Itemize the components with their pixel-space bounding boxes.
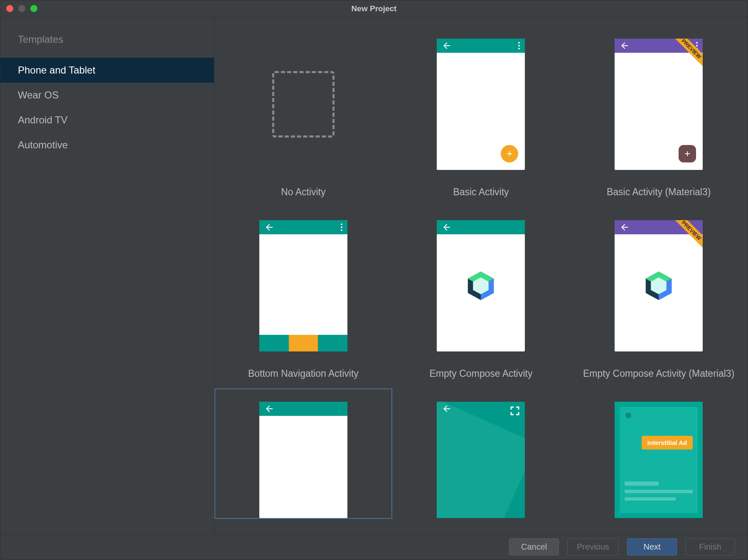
template-bottom-navigation-activity[interactable]: Bottom Navigation Activity <box>214 207 392 388</box>
sidebar-item-android-tv[interactable]: Android TV <box>0 108 214 133</box>
template-no-activity[interactable]: No Activity <box>214 25 392 207</box>
template-google-admob-ads-activity[interactable]: Interstitial Ad <box>570 388 748 519</box>
templates-sidebar: Templates Phone and Tablet Wear OS Andro… <box>0 17 214 534</box>
fullscreen-icon <box>510 406 520 416</box>
status-dot-icon <box>625 413 631 418</box>
sidebar-item-label: Android TV <box>18 114 68 125</box>
appbar-teal <box>437 220 525 234</box>
template-label: Basic Activity (Material3) <box>607 187 711 198</box>
compose-logo-icon <box>642 270 675 302</box>
sidebar-item-label: Phone and Tablet <box>18 64 95 76</box>
interstitial-ad-badge: Interstitial Ad <box>642 436 693 449</box>
back-arrow-icon <box>620 222 630 232</box>
cancel-button[interactable]: Cancel <box>509 538 559 555</box>
appbar-teal <box>259 220 347 234</box>
back-arrow-icon <box>442 41 452 51</box>
compose-logo-icon <box>465 270 497 302</box>
window-minimize-button[interactable] <box>18 5 25 12</box>
template-thumbnail <box>259 220 347 351</box>
template-thumbnail: PREVIEW <box>615 220 703 351</box>
sidebar-item-label: Wear OS <box>18 89 59 101</box>
template-basic-activity[interactable]: + Basic Activity <box>392 25 570 207</box>
traffic-lights <box>6 5 37 12</box>
titlebar: New Project <box>0 0 748 17</box>
template-fullscreen-activity[interactable] <box>392 388 570 519</box>
template-label: Basic Activity <box>453 187 509 198</box>
window-maximize-button[interactable] <box>30 5 37 12</box>
template-thumbnail <box>259 39 347 170</box>
bottom-nav-bar <box>259 335 347 351</box>
template-thumbnail: + <box>437 39 525 170</box>
template-empty-compose-activity-material3[interactable]: PREVIEW Empty Compose Activity (Material… <box>570 207 748 388</box>
finish-button[interactable]: Finish <box>685 538 735 555</box>
fab-add-icon: + <box>679 145 696 162</box>
sidebar-item-wear-os[interactable]: Wear OS <box>0 83 214 108</box>
template-gallery: No Activity + Basic Activity <box>214 17 748 534</box>
sidebar-item-automotive[interactable]: Automotive <box>0 133 214 157</box>
template-grid: No Activity + Basic Activity <box>214 17 748 519</box>
text-lines-placeholder <box>625 481 693 505</box>
back-arrow-icon <box>264 404 274 414</box>
back-arrow-icon <box>264 222 274 232</box>
template-thumbnail: Interstitial Ad <box>615 402 703 518</box>
template-label: Bottom Navigation Activity <box>248 368 359 379</box>
dashed-rectangle-icon <box>272 71 335 138</box>
back-arrow-icon <box>620 41 630 51</box>
template-thumbnail <box>437 220 525 351</box>
dialog-footer: Cancel Previous Next Finish <box>0 534 748 560</box>
previous-button[interactable]: Previous <box>567 538 619 555</box>
appbar-teal <box>437 39 525 53</box>
back-arrow-icon <box>442 222 452 232</box>
window-title: New Project <box>352 4 397 13</box>
template-label: Empty Compose Activity (Material3) <box>583 368 734 379</box>
dialog-body: Templates Phone and Tablet Wear OS Andro… <box>0 17 748 534</box>
next-button[interactable]: Next <box>627 538 677 555</box>
template-basic-activity-material3[interactable]: PREVIEW + Basic Activity (Material3) <box>570 25 748 207</box>
appbar-teal <box>259 402 347 416</box>
fab-add-icon: + <box>501 145 518 162</box>
template-empty-activity[interactable] <box>214 388 392 519</box>
sidebar-item-phone-and-tablet[interactable]: Phone and Tablet <box>0 58 214 83</box>
window-close-button[interactable] <box>6 5 13 12</box>
more-vert-icon <box>518 42 520 49</box>
template-label: No Activity <box>281 187 325 198</box>
template-label: Empty Compose Activity <box>430 368 533 379</box>
back-arrow-icon <box>442 404 452 414</box>
sidebar-item-label: Automotive <box>18 139 68 150</box>
template-thumbnail: PREVIEW + <box>615 39 703 170</box>
template-thumbnail <box>259 402 347 518</box>
appbar-transparent <box>437 402 525 416</box>
template-thumbnail <box>437 402 525 518</box>
sidebar-header: Templates <box>0 34 214 58</box>
new-project-window: New Project Templates Phone and Tablet W… <box>0 0 748 560</box>
more-vert-icon <box>341 224 342 231</box>
template-empty-compose-activity[interactable]: Empty Compose Activity <box>392 207 570 388</box>
